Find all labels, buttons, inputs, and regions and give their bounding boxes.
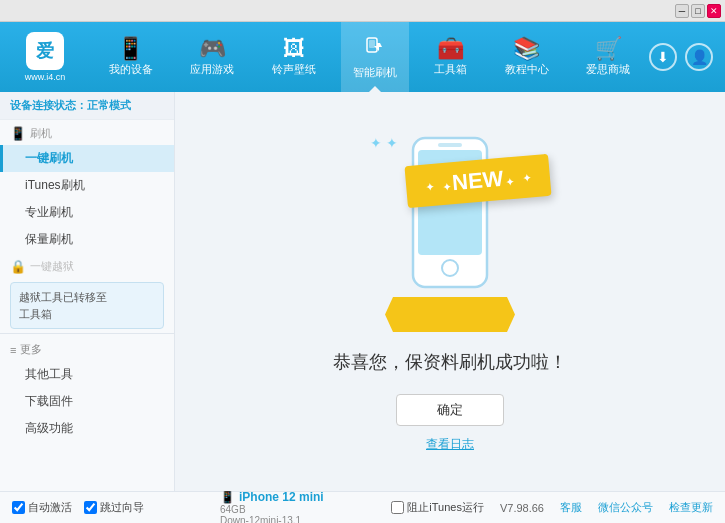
nav-apps-label: 应用游戏: [190, 62, 234, 77]
phone-svg: [410, 135, 490, 290]
svg-marker-6: [385, 297, 515, 332]
log-link[interactable]: 查看日志: [426, 436, 474, 453]
user-button[interactable]: 👤: [685, 43, 713, 71]
logo-url: www.i4.cn: [25, 72, 66, 82]
nav-wallpaper[interactable]: 🖼 铃声壁纸: [260, 22, 328, 92]
sidebar-item-pro[interactable]: 专业刷机: [0, 199, 174, 226]
phone-illustration: ✦ ✦ ✦NEW✦: [340, 130, 560, 330]
sidebar-item-save[interactable]: 保量刷机: [0, 226, 174, 253]
device-firmware: Down-12mini-13,1: [220, 515, 391, 524]
sidebar-item-onekey[interactable]: 一键刷机: [0, 145, 174, 172]
bottom-left: 自动激活 跳过向导: [12, 500, 212, 515]
stop-itunes-checkbox[interactable]: [391, 501, 404, 514]
sidebar-item-tools[interactable]: 其他工具: [0, 361, 174, 388]
nav-store[interactable]: 🛒 爱思商城: [574, 22, 642, 92]
nav-smartflash[interactable]: 智能刷机: [341, 22, 409, 92]
logo-icon: 爱: [26, 32, 64, 70]
content-area: ✦ ✦ ✦NEW✦ 恭喜您，保资料刷机成功啦！: [175, 92, 725, 491]
stop-itunes-label: 阻止iTunes运行: [407, 500, 484, 515]
sidebar-item-advanced[interactable]: 高级功能: [0, 415, 174, 442]
store-icon: 🛒: [595, 38, 622, 60]
close-btn[interactable]: ✕: [707, 4, 721, 18]
sparkles-icon: ✦ ✦: [370, 135, 398, 151]
firmware-label: 下载固件: [25, 394, 73, 408]
success-text: 恭喜您，保资料刷机成功啦！: [333, 350, 567, 374]
ribbon-svg: [385, 297, 515, 332]
maximize-btn[interactable]: □: [691, 4, 705, 18]
section-jailbreak-label: 一键越狱: [30, 259, 74, 274]
tools-label: 其他工具: [25, 367, 73, 381]
nav-tutorial-label: 教程中心: [505, 62, 549, 77]
nav-tutorial[interactable]: 📚 教程中心: [493, 22, 561, 92]
jailbreak-notice: 越狱工具已转移至工具箱: [10, 282, 164, 329]
nav-wallpaper-label: 铃声壁纸: [272, 62, 316, 77]
save-label: 保量刷机: [25, 232, 73, 246]
bottom-right: 阻止iTunes运行 V7.98.66 客服 微信公众号 检查更新: [391, 500, 713, 515]
version-text: V7.98.66: [500, 502, 544, 514]
apps-icon: 🎮: [199, 38, 226, 60]
header: 爱 www.i4.cn 📱 我的设备 🎮 应用游戏 🖼 铃声壁纸 智能刷机: [0, 22, 725, 92]
support-link[interactable]: 客服: [560, 500, 582, 515]
device-name: 📱 iPhone 12 mini: [220, 490, 391, 504]
nav-smartflash-label: 智能刷机: [353, 65, 397, 80]
status-bar: 设备连接状态：正常模式: [0, 92, 174, 120]
skip-wizard-input[interactable]: [84, 501, 97, 514]
nav-right: ⬇ 👤: [649, 43, 725, 71]
nav-toolbox[interactable]: 🧰 工具箱: [422, 22, 479, 92]
nav-items: 📱 我的设备 🎮 应用游戏 🖼 铃声壁纸 智能刷机 🧰 工具箱: [90, 22, 649, 92]
advanced-label: 高级功能: [25, 421, 73, 435]
device-storage: 64GB: [220, 504, 391, 515]
sidebar-item-firmware[interactable]: 下载固件: [0, 388, 174, 415]
pro-label: 专业刷机: [25, 205, 73, 219]
smartflash-icon: [363, 35, 387, 63]
skip-wizard-checkbox[interactable]: 跳过向导: [84, 500, 144, 515]
device-info: 📱 iPhone 12 mini 64GB Down-12mini-13,1: [212, 490, 391, 524]
tutorial-icon: 📚: [513, 38, 540, 60]
mydevice-icon: 📱: [117, 38, 144, 60]
section-flash-header: 📱 刷机: [0, 120, 174, 145]
main-layout: 设备连接状态：正常模式 📱 刷机 一键刷机 iTunes刷机 专业刷机 保量刷机…: [0, 92, 725, 491]
logo[interactable]: 爱 www.i4.cn: [0, 32, 90, 82]
confirm-button[interactable]: 确定: [396, 394, 504, 426]
stop-itunes[interactable]: 阻止iTunes运行: [391, 500, 484, 515]
title-bar: ─ □ ✕: [0, 0, 725, 22]
onekey-label: 一键刷机: [25, 151, 73, 165]
nav-mydevice-label: 我的设备: [109, 62, 153, 77]
skip-wizard-label: 跳过向导: [100, 500, 144, 515]
nav-apps[interactable]: 🎮 应用游戏: [178, 22, 246, 92]
bottom-bar: 自动激活 跳过向导 📱 iPhone 12 mini 64GB Down-12m…: [0, 491, 725, 523]
auto-connect-input[interactable]: [12, 501, 25, 514]
flash-section-icon: 📱: [10, 126, 26, 141]
new-badge-text: NEW: [452, 166, 505, 195]
update-link[interactable]: 检查更新: [669, 500, 713, 515]
nav-mydevice[interactable]: 📱 我的设备: [97, 22, 165, 92]
status-value: 正常模式: [87, 99, 131, 111]
wechat-link[interactable]: 微信公众号: [598, 500, 653, 515]
nav-store-label: 爱思商城: [586, 62, 630, 77]
wallpaper-icon: 🖼: [283, 38, 305, 60]
svg-rect-1: [369, 40, 375, 48]
toolbox-icon: 🧰: [437, 38, 464, 60]
auto-connect-checkbox[interactable]: 自动激活: [12, 500, 72, 515]
sidebar-item-itunes[interactable]: iTunes刷机: [0, 172, 174, 199]
auto-connect-label: 自动激活: [28, 500, 72, 515]
sidebar-divider: [0, 333, 174, 334]
sidebar: 设备连接状态：正常模式 📱 刷机 一键刷机 iTunes刷机 专业刷机 保量刷机…: [0, 92, 175, 491]
section-jailbreak-header: 🔒 一键越狱: [0, 253, 174, 278]
more-section-header: ≡ 更多: [0, 338, 174, 361]
itunes-label: iTunes刷机: [25, 178, 85, 192]
svg-rect-5: [438, 143, 462, 147]
more-label: 更多: [20, 342, 42, 357]
device-phone-icon: 📱: [220, 490, 235, 504]
jailbreak-section-icon: 🔒: [10, 259, 26, 274]
section-flash-label: 刷机: [30, 126, 52, 141]
device-name-text: iPhone 12 mini: [239, 490, 324, 504]
minimize-btn[interactable]: ─: [675, 4, 689, 18]
download-button[interactable]: ⬇: [649, 43, 677, 71]
status-label: 设备连接状态：: [10, 99, 87, 111]
nav-toolbox-label: 工具箱: [434, 62, 467, 77]
